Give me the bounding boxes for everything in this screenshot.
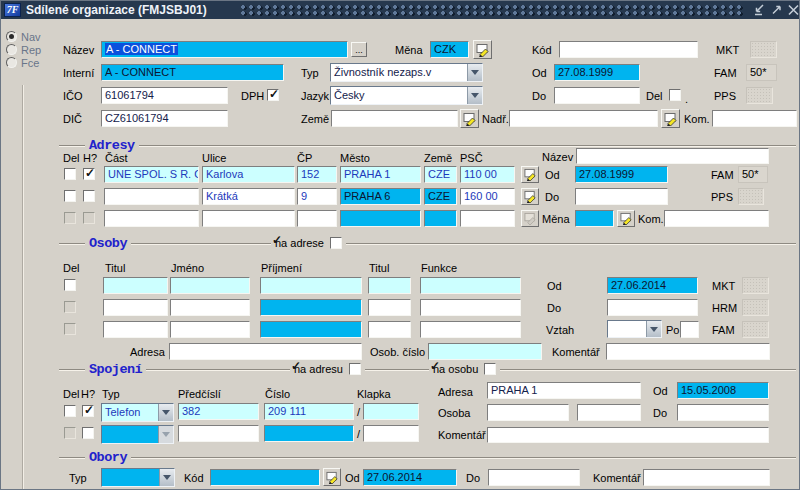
adresy-row1-del-checkbox[interactable] [64,168,76,180]
spojeni-osoba-field1[interactable] [487,404,569,421]
spojeni-row1-del-checkbox[interactable] [64,405,76,417]
adresy-row1-cast[interactable]: UNE SPOL. S R. O. [104,166,199,183]
adresy-row1-ulice[interactable]: Karlova [202,166,295,183]
interni-field[interactable]: A - CONNECT [101,64,284,81]
na-osobu-checkbox[interactable] [484,363,496,375]
adresy-row3-ulice[interactable] [202,210,295,227]
osoby-row2-prijmeni[interactable] [260,299,362,316]
spojeni-adresa-field[interactable]: PRAHA 1 [487,382,641,399]
restore-down-icon[interactable] [752,4,766,16]
mena-editor-button[interactable] [473,40,492,59]
chevron-down-icon[interactable] [646,321,661,337]
kom-editor-button[interactable] [661,109,680,128]
osoby-row2-funkce[interactable] [420,299,521,316]
adresy-row1-editor-button[interactable] [521,166,539,183]
spojeni-row2-predcisli[interactable] [178,425,259,442]
nazev-field[interactable]: A - CONNECT [101,41,348,58]
typ-dropdown[interactable]: Živnostník nezaps.v [330,63,483,82]
od-field[interactable]: 27.08.1999 [554,64,640,81]
vztah-dropdown[interactable] [607,320,662,338]
adresy-kom-editor-button[interactable] [617,210,635,227]
adresy-row2-zeme[interactable]: CZE [424,188,457,205]
del-checkbox[interactable] [669,89,681,101]
mena-field[interactable]: CZK [430,41,469,58]
adresy-mena-field[interactable] [575,210,614,227]
osoby-row1-del-checkbox[interactable] [64,279,76,291]
adresy-row3-zeme[interactable] [424,210,457,227]
spojeni-row2-klapka[interactable] [363,425,419,442]
osoby-row1-jmeno[interactable] [170,277,250,294]
adresy-row1-cp[interactable]: 152 [297,166,337,183]
adresy-row1-zeme[interactable]: CZE [424,166,457,183]
do-field[interactable] [554,87,640,104]
chevron-down-icon[interactable] [158,404,173,421]
osoby-row3-jmeno[interactable] [170,321,250,338]
adresy-row3-psc[interactable] [460,210,515,227]
radio-fce[interactable] [6,57,17,68]
spojeni-row1-h-checkbox[interactable] [82,405,94,417]
osoby-row3-titul2[interactable] [368,321,411,338]
dph-checkbox[interactable] [267,89,279,101]
spojeni-row2-h-checkbox[interactable] [82,427,94,439]
adresy-nazev-field[interactable] [576,148,769,164]
adresy-row2-psc[interactable]: 160 00 [460,188,515,205]
po-field[interactable] [680,321,699,338]
adresy-row2-cast[interactable] [104,188,199,205]
osoby-row2-titul2[interactable] [368,299,411,316]
spojeni-osoba-field2[interactable] [577,404,641,421]
obory-od-field[interactable]: 27.06.2014 [363,469,457,486]
adresy-row3-cast[interactable] [104,210,199,227]
spojeni-row2-typ-dropdown[interactable] [101,425,174,444]
nadr-field[interactable] [509,110,658,127]
maximize-icon[interactable] [769,4,783,16]
spojeni-row1-predcisli[interactable]: 382 [178,403,259,420]
osoby-row1-prijmeni[interactable] [260,277,362,294]
adresy-row3-cp[interactable] [297,210,337,227]
adresy-row1-mesto[interactable]: PRAHA 1 [340,166,421,183]
title-bar[interactable]: 7F Sdílené organizace (FMJSBJ01) [1,1,800,19]
nadr-editor-button[interactable] [460,109,479,128]
obory-kod-field[interactable] [210,469,320,486]
ico-field[interactable]: 61061794 [101,87,228,104]
adresy-row1-h-checkbox[interactable] [83,168,95,180]
dic-field[interactable]: CZ61061794 [101,110,228,127]
spojeni-row2-cislo[interactable] [264,425,354,442]
adresy-od-field[interactable]: 27.08.1999 [575,166,668,183]
osoby-row1-titul2[interactable] [368,277,411,294]
obory-do-field[interactable] [488,469,580,486]
nazev-lov-button[interactable]: ... [351,42,367,57]
obory-typ-dropdown[interactable] [101,468,175,487]
spojeni-row1-typ-dropdown[interactable]: Telefon [101,403,174,422]
zeme-field[interactable] [331,110,458,127]
adresy-row2-mesto[interactable]: PRAHA 6 [340,188,421,205]
adresy-row2-h-checkbox[interactable] [83,190,95,202]
adresy-kom-field[interactable] [664,210,769,227]
chevron-down-icon[interactable] [467,87,482,104]
adresy-row3-mesto[interactable] [340,210,421,227]
osoby-row2-jmeno[interactable] [170,299,250,316]
osob-cislo-field[interactable] [428,343,542,360]
spojeni-row1-cislo[interactable]: 209 111 [264,403,354,420]
close-icon[interactable] [786,4,800,16]
chevron-down-icon[interactable] [158,426,173,443]
osoby-row1-funkce[interactable] [420,277,521,294]
chevron-down-icon[interactable] [467,64,482,81]
osoby-do-field[interactable] [607,299,698,316]
osoby-row1-titul[interactable] [103,277,168,294]
na-adrese-checkbox[interactable] [330,237,342,249]
obory-kod-editor-button[interactable] [323,468,341,486]
osoby-row2-titul[interactable] [103,299,168,316]
spojeni-komentar-field[interactable] [487,427,769,443]
adresy-row2-cp[interactable]: 9 [297,188,337,205]
osoby-row3-titul[interactable] [103,321,168,338]
osoby-row3-prijmeni[interactable] [260,321,362,338]
chevron-down-icon[interactable] [159,469,174,486]
kod-field[interactable] [559,41,698,58]
spojeni-do-field[interactable] [677,404,769,421]
osoby-row3-funkce[interactable] [420,321,521,338]
radio-nav[interactable] [6,31,17,42]
osoby-od-field[interactable]: 27.06.2014 [607,277,698,294]
na-adresu-checkbox[interactable] [349,363,361,375]
radio-rep[interactable] [6,44,17,55]
spojeni-od-field[interactable]: 15.05.2008 [677,382,769,399]
